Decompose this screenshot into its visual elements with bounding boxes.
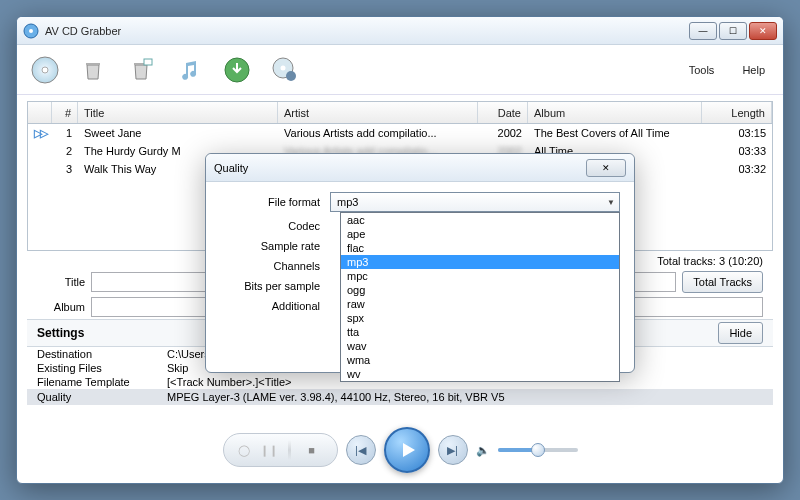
file-format-dropdown[interactable]: aacapeflacmp3mpcoggrawspxttawavwmawv [340,212,620,382]
file-format-combo[interactable]: mp3▼ [330,192,620,212]
cd-icon[interactable] [27,52,63,88]
tools-menu[interactable]: Tools [681,60,723,80]
col-date[interactable]: Date [478,102,528,123]
format-option-tta[interactable]: tta [341,325,619,339]
total-tracks-button[interactable]: Total Tracks [682,271,763,293]
svg-point-3 [42,67,48,73]
prev-button[interactable]: |◀ [346,435,376,465]
volume-slider[interactable] [498,448,578,452]
additional-label: Additional [220,300,330,312]
playing-icon: ▷▷ [34,127,46,139]
table-row[interactable]: ▷▷ 1 Sweet Jane Various Artists add comp… [28,124,772,142]
dialog-title: Quality [214,162,586,174]
channels-label: Channels [220,260,330,272]
record-icon[interactable]: ◯ [238,444,250,457]
sample-rate-label: Sample rate [220,240,330,252]
hide-button[interactable]: Hide [718,322,763,344]
col-album[interactable]: Album [528,102,702,123]
format-option-ogg[interactable]: ogg [341,283,619,297]
codec-label: Codec [220,220,330,232]
col-length[interactable]: Length [702,102,772,123]
mute-icon[interactable]: 🔈 [476,444,490,457]
svg-point-8 [286,71,296,81]
format-option-mpc[interactable]: mpc [341,269,619,283]
format-option-mp3[interactable]: mp3 [341,255,619,269]
setting-quality[interactable]: QualityMPEG Layer-3 (LAME ver. 3.98.4), … [27,389,773,405]
format-option-ape[interactable]: ape [341,227,619,241]
window-controls: — ☐ ✕ [689,22,777,40]
download-icon[interactable] [219,52,255,88]
dialog-titlebar: Quality ✕ [206,154,634,182]
svg-rect-4 [144,59,152,65]
stop-button[interactable]: ■ [301,439,323,461]
close-button[interactable]: ✕ [749,22,777,40]
format-option-wav[interactable]: wav [341,339,619,353]
col-title[interactable]: Title [78,102,278,123]
maximize-button[interactable]: ☐ [719,22,747,40]
minimize-button[interactable]: — [689,22,717,40]
col-artist[interactable]: Artist [278,102,478,123]
trash-icon[interactable] [75,52,111,88]
play-button[interactable] [384,427,430,473]
next-button[interactable]: ▶| [438,435,468,465]
col-num[interactable]: # [52,102,78,123]
main-window: AV CD Grabber — ☐ ✕ Tools Help # Title A… [16,16,784,484]
window-title: AV CD Grabber [45,25,689,37]
trash-list-icon[interactable] [123,52,159,88]
format-option-aac[interactable]: aac [341,213,619,227]
table-header: # Title Artist Date Album Length [28,102,772,124]
format-option-wma[interactable]: wma [341,353,619,367]
music-notes-icon[interactable] [171,52,207,88]
album-label: Album [37,301,85,313]
quality-dialog: Quality ✕ File format mp3▼ Codec Sample … [205,153,635,373]
cd-settings-icon[interactable] [267,52,303,88]
titlebar: AV CD Grabber — ☐ ✕ [17,17,783,45]
pause-icon[interactable]: ❙❙ [260,444,278,457]
bits-label: Bits per sample [220,280,330,292]
toolbar: Tools Help [17,45,783,95]
total-tracks-label: Total tracks: 3 (10:20) [657,255,763,267]
title-label: Title [37,276,85,288]
svg-point-7 [281,65,286,70]
player-bar: ◯ ❙❙ ■ |◀ ▶| 🔈 [17,427,783,473]
dialog-close-button[interactable]: ✕ [586,159,626,177]
format-option-spx[interactable]: spx [341,311,619,325]
help-menu[interactable]: Help [734,60,773,80]
svg-point-1 [29,29,33,33]
app-icon [23,23,39,39]
format-option-raw[interactable]: raw [341,297,619,311]
format-option-flac[interactable]: flac [341,241,619,255]
transport-pill: ◯ ❙❙ ■ [223,433,338,467]
file-format-label: File format [220,196,330,208]
format-option-wv[interactable]: wv [341,367,619,381]
